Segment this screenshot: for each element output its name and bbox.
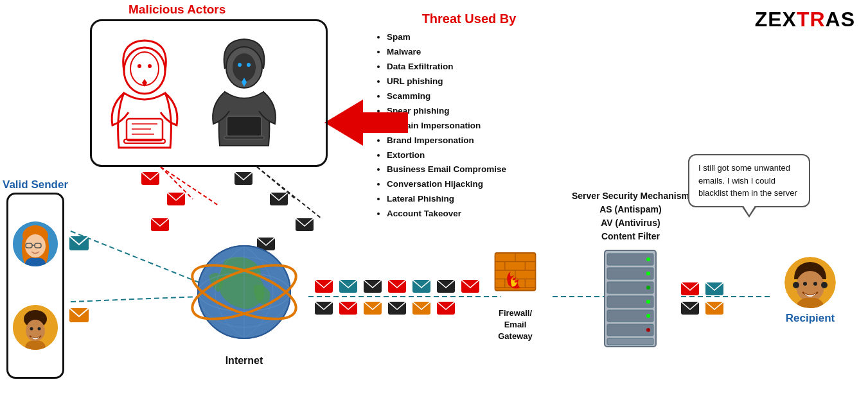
avatar-woman [13,221,58,266]
threat-item: Extortion [387,148,565,163]
email-row-lower [315,302,455,315]
threat-item: Spam [387,30,565,45]
recipient-group: Recipient [784,257,836,325]
internet-label: Internet [190,355,299,367]
server-label-line3: AV (Antivirus) [572,216,689,230]
email-scatter-2 [167,193,185,208]
svg-point-88 [646,314,650,318]
valid-sender-label: Valid Sender [3,178,68,191]
malicious-actors-title: Malicious Actors [128,3,226,17]
email-scatter-4 [235,172,252,187]
email-scatter-1 [141,172,159,187]
svg-point-29 [25,234,46,257]
email-scatter-3 [151,218,169,234]
speech-bubble: I still got some unwanted emails. I wish… [688,154,810,207]
firewall-group: Firewall/ Email Gateway [490,247,541,343]
internet-group: Internet [190,241,299,367]
threat-item: Account Takeover [387,207,565,221]
red-arrow [324,100,408,148]
svg-point-101 [821,282,828,288]
email-row-upper [315,280,479,293]
svg-point-22 [238,63,242,67]
server-security-group: Server Security Mechanism AS (Antispam) … [572,189,689,350]
svg-point-80 [646,257,650,261]
svg-point-36 [30,327,33,331]
firewall-label: Firewall/ Email Gateway [490,308,541,343]
recipient-emails-upper [681,282,723,295]
svg-point-98 [803,282,807,286]
threat-title: Threat Used By [373,12,565,26]
recipient-emails-lower [681,302,723,315]
svg-point-99 [813,282,817,286]
svg-point-12 [137,64,141,68]
svg-rect-25 [227,116,261,137]
svg-rect-15 [127,119,163,141]
zextras-logo: ZEXTRAS [755,8,855,31]
svg-point-100 [793,282,799,288]
threat-item: Spear phishing [387,104,565,119]
svg-point-21 [233,53,256,82]
hacker-dark-icon [202,35,286,154]
svg-point-37 [38,327,41,331]
svg-point-97 [796,271,824,302]
threat-item: Business Email Compromise [387,162,565,177]
threat-item: Domain Impersonation [387,119,565,134]
svg-line-5 [257,167,321,218]
threat-item: Conversation Hijacking [387,177,565,192]
threat-item: URL phishing [387,74,565,89]
server-label-line2: AS (Antispam) [572,203,689,216]
svg-point-82 [646,272,650,275]
sender-box [6,193,64,379]
svg-marker-9 [324,100,408,146]
server-label-line4: Content Filter [572,230,689,243]
svg-point-86 [646,300,650,304]
logo-highlight: TR [797,8,826,31]
svg-point-23 [247,63,251,67]
speech-text: I still got some unwanted emails. I wish… [698,163,797,198]
hacker-red-icon [100,35,190,157]
threat-item: Brand Impersonation [387,134,565,148]
recipient-label: Recipient [784,312,836,325]
svg-point-84 [646,286,650,290]
email-scatter-6 [296,218,314,234]
svg-point-90 [646,328,650,332]
threat-item: Scamming [387,89,565,104]
threat-item: Malware [387,45,565,60]
avatar-man [13,305,58,350]
sender-email-2 [69,308,89,325]
sender-email-1 [69,236,89,253]
email-scatter-5 [270,193,288,208]
svg-rect-91 [607,338,653,345]
threat-item: Lateral Phishing [387,192,565,207]
svg-point-13 [148,64,152,68]
svg-rect-26 [224,136,264,139]
server-label-line1: Server Security Mechanism [572,189,689,203]
threat-item: Data Exfiltration [387,60,565,74]
